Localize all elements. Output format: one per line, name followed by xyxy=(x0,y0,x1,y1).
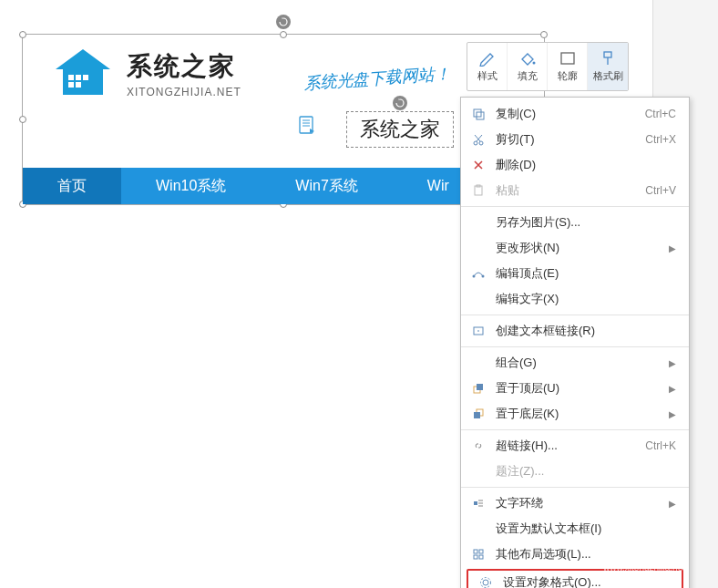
site-logo: 系统之家 XITONGZHIJIA.NET xyxy=(50,46,241,102)
layout-icon xyxy=(470,546,487,562)
menu-delete[interactable]: 删除(D) xyxy=(461,152,689,178)
outline-button[interactable]: 轮廓 xyxy=(548,43,588,90)
clipboard-icon xyxy=(470,182,487,199)
pencil-icon xyxy=(478,50,497,67)
resize-handle[interactable] xyxy=(19,31,26,38)
svg-point-34 xyxy=(483,580,488,585)
menu-format-object[interactable]: 设置对象格式(O)... xyxy=(468,571,682,588)
svg-rect-25 xyxy=(474,412,480,418)
rotate-handle[interactable] xyxy=(276,15,291,29)
svg-rect-30 xyxy=(474,550,477,553)
menu-cut[interactable]: 剪切(T) Ctrl+X xyxy=(461,127,689,152)
bring-front-icon xyxy=(470,380,487,397)
menu-set-default-textbox[interactable]: 设置为默认文本框(I) xyxy=(461,516,689,542)
svg-rect-4 xyxy=(76,82,81,88)
rotate-handle[interactable] xyxy=(393,96,407,110)
menu-paste: 粘贴 Ctrl+V xyxy=(461,178,689,203)
separator xyxy=(461,429,689,430)
chevron-right-icon: ▶ xyxy=(669,409,676,419)
svg-rect-31 xyxy=(479,550,483,553)
x-icon xyxy=(470,157,487,173)
svg-rect-10 xyxy=(561,53,574,64)
svg-point-19 xyxy=(473,275,476,278)
menu-text-wrapping[interactable]: 文字环绕 ▶ xyxy=(461,490,689,516)
svg-rect-0 xyxy=(68,75,74,80)
brush-icon xyxy=(599,50,617,67)
link-box-icon xyxy=(470,323,487,339)
watermark-text: 系统之家 xyxy=(634,547,685,563)
resize-handle[interactable] xyxy=(540,31,548,38)
textbox-content: 系统之家 xyxy=(360,118,440,140)
floating-format-toolbar: 样式 填充 轮廓 格式刷 xyxy=(467,42,629,91)
chevron-right-icon: ▶ xyxy=(669,384,676,394)
watermark: 系统之家 www.xitongzhijia.net xyxy=(598,542,685,568)
svg-rect-33 xyxy=(479,555,483,559)
format-painter-button[interactable]: 格式刷 xyxy=(588,43,628,90)
nav-win10[interactable]: Win10系统 xyxy=(121,168,261,204)
watermark-url: www.xitongzhijia.net xyxy=(603,562,685,573)
separator xyxy=(461,206,689,207)
menu-caption: 题注(Z)... xyxy=(461,459,689,484)
wrap-icon xyxy=(470,495,487,511)
copy-icon xyxy=(470,106,487,122)
svg-rect-1 xyxy=(76,75,81,80)
edit-points-icon xyxy=(470,265,487,282)
svg-rect-23 xyxy=(477,384,483,390)
gear-icon xyxy=(477,574,494,588)
svg-rect-32 xyxy=(474,555,477,559)
logo-title: 系统之家 xyxy=(127,49,241,84)
svg-point-35 xyxy=(481,578,491,588)
chevron-right-icon: ▶ xyxy=(669,243,676,253)
chevron-right-icon: ▶ xyxy=(669,358,676,368)
fill-button[interactable]: 填充 xyxy=(508,43,548,90)
send-back-icon xyxy=(470,406,487,422)
separator xyxy=(461,315,689,315)
separator xyxy=(461,487,689,488)
menu-edit-points[interactable]: 编辑顶点(E) xyxy=(461,261,689,286)
nav-home[interactable]: 首页 xyxy=(23,168,121,204)
menu-hyperlink[interactable]: 超链接(H)... Ctrl+K xyxy=(461,433,689,459)
svg-rect-11 xyxy=(604,52,611,57)
scissors-icon xyxy=(470,131,487,148)
menu-bring-to-front[interactable]: 置于顶层(U) ▶ xyxy=(461,376,689,401)
menu-copy[interactable]: 复制(C) Ctrl+C xyxy=(461,101,689,127)
text-box[interactable]: 系统之家 xyxy=(346,111,454,148)
menu-create-text-link[interactable]: 创建文本框链接(R) xyxy=(461,318,689,344)
svg-point-20 xyxy=(482,275,485,278)
menu-group[interactable]: 组合(G) ▶ xyxy=(461,350,689,376)
menu-save-as-picture[interactable]: 另存为图片(S)... xyxy=(461,210,689,235)
logo-subtitle: XITONGZHIJIA.NET xyxy=(127,86,241,98)
separator xyxy=(461,346,689,347)
link-icon xyxy=(470,438,487,454)
svg-rect-2 xyxy=(83,75,88,80)
style-button[interactable]: 样式 xyxy=(467,43,508,90)
slogan-text: 系统光盘下载网站！ xyxy=(303,62,451,94)
house-logo-icon xyxy=(50,46,116,102)
nav-win7[interactable]: Win7系统 xyxy=(261,168,392,204)
resize-handle[interactable] xyxy=(280,31,287,38)
menu-send-to-back[interactable]: 置于底层(K) ▶ xyxy=(461,401,689,427)
square-icon xyxy=(559,50,577,67)
context-menu: 复制(C) Ctrl+C 剪切(T) Ctrl+X 删除(D) 粘贴 Ctrl+… xyxy=(460,97,690,588)
svg-point-15 xyxy=(474,141,477,145)
svg-rect-13 xyxy=(474,109,481,117)
chevron-right-icon: ▶ xyxy=(669,499,676,509)
svg-rect-26 xyxy=(474,501,477,505)
svg-point-16 xyxy=(479,141,483,145)
resize-handle[interactable] xyxy=(19,116,26,123)
bucket-icon xyxy=(518,50,537,67)
svg-point-9 xyxy=(532,62,535,65)
svg-rect-14 xyxy=(477,112,484,119)
menu-change-shape[interactable]: 更改形状(N) ▶ xyxy=(461,235,689,261)
svg-rect-3 xyxy=(68,82,74,88)
document-icon xyxy=(296,115,318,137)
menu-edit-text[interactable]: 编辑文字(X) xyxy=(461,286,689,312)
